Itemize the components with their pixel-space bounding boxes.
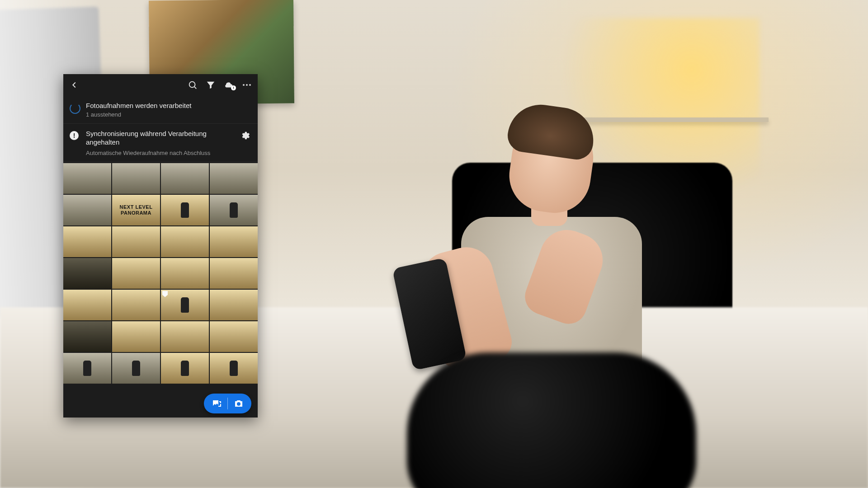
svg-line-1: [194, 87, 196, 89]
photo-thumbnail[interactable]: [112, 353, 160, 384]
spinner-icon: [70, 103, 80, 113]
person-silhouette-icon: [230, 361, 238, 376]
photo-thumbnail[interactable]: [112, 258, 160, 289]
phone-screen-overlay: ! Fotoaufnahmen werden verarbeitet 1 aus…: [63, 74, 258, 418]
svg-point-0: [189, 82, 195, 88]
search-icon: [188, 80, 198, 90]
funnel-icon: [206, 80, 216, 90]
photo-thumbnail[interactable]: [210, 321, 258, 352]
photo-thumbnail[interactable]: [112, 290, 160, 320]
sync-paused-banner[interactable]: ! Synchronisierung während Verarbeitung …: [63, 124, 258, 162]
photo-thumbnail[interactable]: [161, 258, 209, 289]
photo-thumbnail[interactable]: [112, 163, 160, 194]
add-fab: [204, 394, 251, 413]
photo-thumbnail[interactable]: [63, 321, 111, 352]
person-silhouette-icon: [181, 202, 189, 218]
photo-thumbnail[interactable]: NEXT LEVEL PANORAMA: [112, 195, 160, 225]
open-camera-button[interactable]: [228, 394, 250, 413]
foreground-camera-blur: [407, 352, 696, 488]
photo-thumbnail[interactable]: [63, 226, 111, 257]
more-horizontal-icon: [243, 84, 251, 86]
sync-paused-title: Synchronisierung während Verarbeitung an…: [86, 129, 233, 147]
photo-thumbnail[interactable]: [210, 163, 258, 194]
photo-thumbnail[interactable]: [63, 258, 111, 289]
processing-banner[interactable]: Fotoaufnahmen werden verarbeitet 1 ausst…: [63, 96, 258, 124]
processing-subtitle: 1 ausstehend: [86, 111, 250, 118]
warning-icon: !: [70, 131, 80, 141]
person-silhouette-icon: [132, 361, 140, 376]
bottom-bar: [63, 389, 258, 418]
more-button[interactable]: [241, 79, 253, 91]
add-photo-icon: [211, 398, 222, 409]
person-silhouette-icon: [230, 202, 238, 218]
camera-icon: [233, 398, 244, 409]
sync-settings-button[interactable]: [240, 130, 250, 141]
photo-thumbnail[interactable]: [112, 226, 160, 257]
cloud-badge: !: [231, 85, 236, 90]
person-silhouette-icon: [83, 361, 91, 376]
photo-thumbnail[interactable]: [161, 195, 209, 225]
photo-thumbnail[interactable]: [210, 195, 258, 225]
filter-button[interactable]: [204, 79, 217, 91]
gear-icon: [240, 131, 250, 141]
search-button[interactable]: [186, 79, 199, 91]
photo-thumbnail[interactable]: [210, 290, 258, 320]
photo-thumbnail[interactable]: [161, 290, 209, 320]
photo-thumbnail[interactable]: [63, 290, 111, 320]
flag-icon: [162, 291, 168, 297]
cloud-sync-button[interactable]: !: [222, 79, 235, 91]
import-photos-button[interactable]: [206, 394, 227, 413]
photo-thumbnail[interactable]: [112, 321, 160, 352]
chevron-left-icon: [69, 80, 79, 90]
photo-thumbnail[interactable]: [161, 163, 209, 194]
person-silhouette-icon: [181, 361, 189, 376]
photo-thumbnail[interactable]: [161, 321, 209, 352]
sync-paused-note: Automatische Wiederaufnahme nach Abschlu…: [86, 150, 233, 156]
processing-title: Fotoaufnahmen werden verarbeitet: [86, 101, 250, 110]
photo-grid[interactable]: NEXT LEVEL PANORAMA: [63, 162, 258, 390]
app-topbar: !: [63, 74, 258, 96]
photo-thumbnail[interactable]: [210, 226, 258, 257]
photo-thumbnail[interactable]: [63, 195, 111, 225]
photo-thumbnail[interactable]: [63, 353, 111, 384]
person-silhouette-icon: [181, 297, 189, 313]
photo-thumbnail[interactable]: [63, 163, 111, 194]
thumbnail-overlay-text: NEXT LEVEL PANORAMA: [112, 195, 160, 225]
photo-thumbnail[interactable]: [210, 353, 258, 384]
photo-thumbnail[interactable]: [161, 353, 209, 384]
person-silhouette: [434, 90, 669, 398]
photo-thumbnail[interactable]: [161, 226, 209, 257]
photo-thumbnail[interactable]: [210, 258, 258, 289]
back-button[interactable]: [68, 79, 80, 91]
